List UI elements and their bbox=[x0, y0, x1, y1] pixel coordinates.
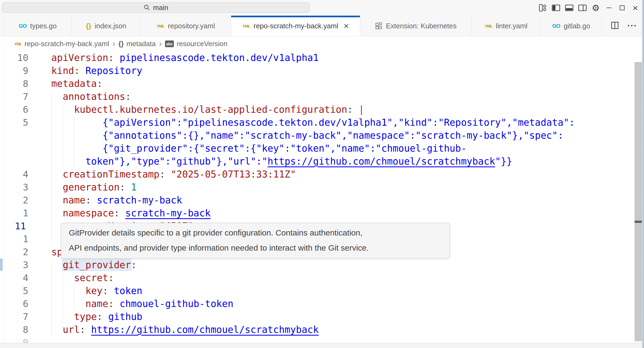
code-token: : bbox=[125, 91, 131, 102]
line-number[interactable]: 9 bbox=[0, 64, 28, 77]
code-line[interactable]: 7type: github bbox=[0, 310, 633, 323]
code-line[interactable]: 9kind: Repository bbox=[0, 64, 633, 77]
close-tab-icon[interactable]: × bbox=[344, 22, 349, 30]
line-number[interactable]: 1 bbox=[0, 233, 28, 245]
code-text[interactable]: git_provider: bbox=[51, 258, 633, 271]
close-window-button[interactable]: × bbox=[630, 0, 640, 16]
line-number[interactable] bbox=[0, 129, 28, 142]
code-text[interactable]: {"git_provider":{"secret":{"key":"token"… bbox=[51, 142, 633, 155]
code-line[interactable]: 4secret: bbox=[0, 271, 633, 284]
indent-guide bbox=[51, 116, 52, 129]
code-line[interactable]: 3generation: 1 bbox=[0, 181, 633, 194]
code-text[interactable]: kubectl.kubernetes.io/last-applied-confi… bbox=[51, 103, 633, 116]
vertical-scrollbar[interactable] bbox=[635, 62, 642, 341]
more-actions-icon[interactable] bbox=[627, 23, 636, 28]
code-token: name bbox=[85, 298, 108, 309]
breadcrumb: YMLrepo-scratch-my-back.yaml›{}metadata›… bbox=[0, 36, 644, 51]
line-number[interactable]: 3 bbox=[0, 258, 28, 271]
tab-index.json[interactable]: {}index.json bbox=[72, 16, 141, 36]
line-number[interactable]: 2 bbox=[0, 245, 28, 258]
command-center-search[interactable]: main bbox=[2, 2, 309, 13]
line-number[interactable]: 7 bbox=[0, 310, 28, 323]
code-text[interactable]: {"annotations":{},"name":"scratch-my-bac… bbox=[51, 129, 633, 142]
line-number[interactable]: 4 bbox=[0, 168, 28, 181]
editor-content[interactable]: 10apiVersion: pipelinesascode.tekton.dev… bbox=[0, 51, 644, 348]
tab-repository.yaml[interactable]: YMLrepository.yaml bbox=[141, 16, 231, 36]
code-line[interactable]: 3git_provider: bbox=[0, 258, 633, 271]
code-line[interactable]: 8url: https://github.com/chmouel/scratch… bbox=[0, 323, 633, 336]
code-line[interactable]: 1namespace: scratch-my-back bbox=[0, 207, 633, 220]
code-text[interactable]: token"},"type":"github"},"url":"https://… bbox=[51, 155, 633, 168]
code-line[interactable]: 2name: scratch-my-back bbox=[0, 194, 633, 207]
line-number[interactable]: 2 bbox=[0, 194, 28, 207]
code-link[interactable]: scratch-my-back bbox=[125, 208, 211, 219]
breadcrumb-item-repo-scratch-my-back.yaml[interactable]: YMLrepo-scratch-my-back.yaml bbox=[14, 40, 109, 48]
code-line[interactable]: {"git_provider":{"secret":{"key":"token"… bbox=[0, 142, 633, 155]
tab-gitlab.go[interactable]: GOgitlab.go bbox=[541, 16, 602, 36]
code-text[interactable]: type: github bbox=[51, 310, 633, 323]
indent-guide bbox=[51, 129, 52, 142]
settings-gear-icon[interactable]: ⚙ bbox=[591, 0, 601, 16]
breadcrumb-item-resourceversion[interactable]: abcresourceVersion bbox=[165, 40, 227, 48]
code-line[interactable]: 6name: chmouel-github-token bbox=[0, 297, 633, 310]
code-line[interactable]: 7annotations: bbox=[0, 90, 633, 103]
line-number[interactable]: 7 bbox=[0, 90, 28, 103]
current-line-number[interactable]: 11 bbox=[0, 220, 26, 233]
tab-linter.yaml[interactable]: YMLlinter.yaml bbox=[472, 16, 541, 36]
code-line[interactable]: {"annotations":{},"name":"scratch-my-bac… bbox=[0, 129, 633, 142]
toggle-primary-sidebar-icon[interactable] bbox=[551, 0, 561, 16]
yaml-file-icon: YML bbox=[242, 24, 250, 28]
code-line[interactable]: 5{"apiVersion":"pipelinesascode.tekton.d… bbox=[0, 116, 633, 129]
tooltip-line: API endpoints, and provider type informa… bbox=[69, 242, 442, 254]
line-number[interactable]: 5 bbox=[0, 284, 28, 297]
line-number[interactable] bbox=[0, 142, 28, 155]
line-number[interactable]: 8 bbox=[0, 77, 28, 90]
code-text[interactable]: generation: 1 bbox=[51, 181, 633, 194]
minimize-button[interactable] bbox=[604, 0, 614, 16]
code-link[interactable]: https://github.com/chmouel/scratchmyback bbox=[91, 324, 319, 335]
indent-guide bbox=[51, 323, 52, 336]
indent-guide bbox=[63, 310, 63, 323]
tab-extension-kubernetes[interactable]: Extension: Kubernetes bbox=[360, 16, 472, 36]
toggle-secondary-sidebar-icon[interactable] bbox=[578, 0, 587, 16]
window-controls: ⚙ × bbox=[538, 0, 640, 16]
code-line[interactable]: 6kubectl.kubernetes.io/last-applied-conf… bbox=[0, 103, 633, 116]
line-number[interactable]: 6 bbox=[0, 103, 28, 116]
code-text[interactable]: name: chmouel-github-token bbox=[51, 297, 633, 310]
code-text[interactable]: secret: bbox=[51, 271, 633, 284]
breadcrumb-item-metadata[interactable]: {}metadata bbox=[119, 40, 156, 48]
line-number[interactable]: 10 bbox=[0, 51, 28, 64]
line-number[interactable]: 3 bbox=[0, 181, 28, 194]
code-text[interactable]: creationTimestamp: "2025-05-07T13:33:11Z… bbox=[51, 168, 633, 181]
tab-repo-scratch-my-back.yaml[interactable]: YMLrepo-scratch-my-back.yaml× bbox=[231, 16, 360, 36]
code-line[interactable]: 8metadata: bbox=[0, 77, 633, 90]
line-number[interactable]: 4 bbox=[0, 271, 28, 284]
tab-types.go[interactable]: GOtypes.go bbox=[4, 16, 72, 36]
toggle-panel-icon[interactable] bbox=[564, 0, 574, 16]
code-text[interactable]: metadata: bbox=[51, 77, 633, 90]
line-number[interactable]: 1 bbox=[0, 207, 28, 220]
code-text[interactable]: url: https://github.com/chmouel/scratchm… bbox=[51, 323, 633, 336]
yaml-file-icon: YML bbox=[157, 24, 164, 28]
line-number[interactable]: 8 bbox=[0, 323, 28, 336]
maximize-button[interactable] bbox=[617, 0, 627, 16]
code-line[interactable]: 5key: token bbox=[0, 284, 633, 297]
line-number[interactable]: 6 bbox=[0, 297, 28, 310]
code-line[interactable]: 10apiVersion: pipelinesascode.tekton.dev… bbox=[0, 51, 633, 64]
code-text[interactable]: name: scratch-my-back bbox=[51, 194, 633, 207]
code-line[interactable]: 4creationTimestamp: "2025-05-07T13:33:11… bbox=[0, 168, 633, 181]
code-text[interactable]: key: token bbox=[51, 284, 633, 297]
code-text[interactable]: annotations: bbox=[51, 90, 633, 103]
indent-guide bbox=[51, 155, 52, 168]
code-text[interactable]: {"apiVersion":"pipelinesascode.tekton.de… bbox=[51, 116, 633, 129]
code-token: github bbox=[108, 311, 142, 322]
line-number[interactable] bbox=[0, 155, 28, 168]
split-editor-icon[interactable] bbox=[611, 21, 619, 31]
code-link[interactable]: https://github.com/chmouel/scratchmyback bbox=[268, 156, 495, 167]
code-text[interactable]: apiVersion: pipelinesascode.tekton.dev/v… bbox=[51, 51, 633, 64]
code-text[interactable]: namespace: scratch-my-back bbox=[51, 207, 633, 220]
code-line[interactable]: token"},"type":"github"},"url":"https://… bbox=[0, 155, 633, 168]
customize-layout-icon[interactable] bbox=[538, 0, 548, 16]
code-text[interactable]: kind: Repository bbox=[51, 64, 633, 77]
line-number[interactable]: 5 bbox=[0, 116, 28, 129]
